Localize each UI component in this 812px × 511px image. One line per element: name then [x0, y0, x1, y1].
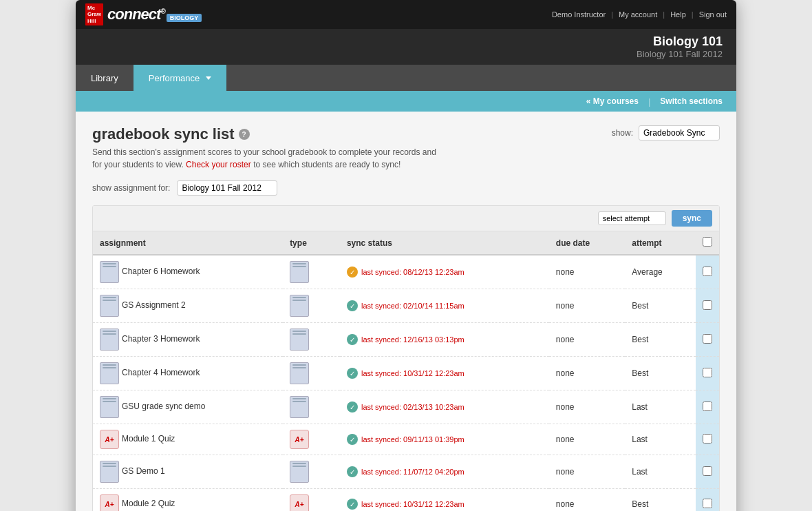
cell-assignment: A+Module 2 Quiz: [93, 489, 283, 512]
sync-check-icon: ✓: [347, 499, 358, 510]
help-link[interactable]: Help: [670, 10, 686, 19]
cell-assignment: A+Module 1 Quiz: [93, 424, 283, 455]
switch-sections-link[interactable]: Switch sections: [660, 96, 723, 106]
cell-sync-status: ✓last synced: 02/13/13 10:23am: [340, 390, 549, 424]
table-header-row: assignment type sync status due date att…: [93, 231, 719, 255]
filter-row: show assignment for: Biology 101 Fall 20…: [92, 180, 720, 196]
page-subtitle: Send this section's assignment scores to…: [92, 146, 436, 171]
cell-assignment: Chapter 4 Homework: [93, 357, 283, 390]
cell-due-date: none: [549, 489, 625, 512]
col-type: type: [283, 231, 340, 255]
filter-label: show assignment for:: [92, 183, 170, 193]
tab-library[interactable]: Library: [76, 65, 133, 91]
cell-attempt: Best: [625, 357, 696, 390]
quiz-icon: A+: [100, 430, 119, 449]
sync-check-icon: ✓: [347, 368, 358, 379]
col-checkbox: [696, 231, 719, 255]
sync-time: last synced: 10/31/12 12:23am: [361, 500, 464, 508]
my-account-link[interactable]: My account: [619, 10, 657, 19]
col-assignment: assignment: [93, 231, 283, 255]
cell-attempt: Last: [625, 455, 696, 489]
row-select-checkbox[interactable]: [703, 267, 712, 276]
table-row: GS Demo 1✓last synced: 11/07/12 04:20pmn…: [93, 455, 719, 489]
col-attempt: attempt: [625, 231, 696, 255]
homework-icon: [100, 261, 119, 283]
cell-type: [283, 455, 340, 489]
cell-checkbox: [696, 289, 719, 323]
row-select-checkbox[interactable]: [703, 499, 712, 508]
sync-check-icon: ✓: [347, 402, 358, 413]
cell-attempt: Best: [625, 489, 696, 512]
homework-type-icon: [290, 396, 309, 418]
homework-type-icon: [290, 328, 309, 351]
connect-logo: connect®: [107, 6, 165, 23]
tab-performance[interactable]: Performance: [133, 65, 226, 91]
quiz-type-icon: A+: [290, 494, 309, 511]
cell-sync-status: ✓last synced: 11/07/12 04:20pm: [340, 455, 549, 489]
row-select-checkbox[interactable]: [703, 300, 712, 310]
cell-due-date: none: [549, 455, 625, 489]
cell-checkbox: [696, 357, 719, 390]
row-select-checkbox[interactable]: [703, 368, 712, 377]
nav-bar: Library Performance: [76, 65, 736, 91]
cell-type: [283, 390, 340, 424]
sync-time: last synced: 09/11/13 01:39pm: [361, 435, 464, 444]
cell-type: [283, 255, 340, 289]
cell-type: [283, 357, 340, 390]
cell-due-date: none: [549, 255, 625, 289]
sync-time: last synced: 10/31/12 12:23am: [361, 369, 464, 377]
row-select-checkbox[interactable]: [703, 434, 712, 444]
select-all-checkbox[interactable]: [703, 237, 712, 247]
check-roster-link[interactable]: Check your roster: [186, 160, 251, 169]
show-control: show: Gradebook Sync: [612, 125, 720, 140]
cell-assignment: Chapter 3 Homework: [93, 323, 283, 357]
cell-type: A+: [283, 489, 340, 512]
cell-checkbox: [696, 323, 719, 357]
page-title-area: gradebook sync list ? Send this section'…: [92, 125, 436, 171]
sync-time: last synced: 02/13/13 10:23am: [361, 403, 464, 411]
cell-sync-status: ✓last synced: 09/11/13 01:39pm: [340, 424, 549, 455]
quiz-icon: A+: [100, 494, 119, 511]
cell-sync-status: ✓last synced: 08/12/13 12:23am: [340, 255, 549, 289]
course-title: Biology 101: [89, 34, 723, 49]
row-select-checkbox[interactable]: [703, 334, 712, 344]
cell-sync-status: ✓last synced: 02/10/14 11:15am: [340, 289, 549, 323]
cell-checkbox: [696, 255, 719, 289]
sync-time: last synced: 02/10/14 11:15am: [361, 302, 464, 310]
secondary-nav: « My courses | Switch sections: [76, 91, 736, 112]
homework-type-icon: [290, 295, 309, 317]
cell-assignment: GS Demo 1: [93, 455, 283, 489]
cell-type: A+: [283, 424, 340, 455]
sync-check-icon: ✓: [347, 466, 358, 477]
biology-badge: BIOLOGY: [167, 14, 202, 22]
cell-sync-status: ✓last synced: 10/31/12 12:23am: [340, 357, 549, 390]
homework-type-icon: [290, 362, 309, 384]
sign-out-link[interactable]: Sign out: [699, 10, 727, 19]
assignment-filter-select[interactable]: Biology 101 Fall 2012: [177, 180, 277, 196]
table-row: GS Assignment 2✓last synced: 02/10/14 11…: [93, 289, 719, 323]
attempt-select[interactable]: select attempt: [598, 211, 666, 225]
table-row: A+Module 2 QuizA+✓last synced: 10/31/12 …: [93, 489, 719, 512]
row-select-checkbox[interactable]: [703, 402, 712, 411]
cell-assignment: GSU grade sync demo: [93, 390, 283, 424]
table-row: Chapter 6 Homework✓last synced: 08/12/13…: [93, 255, 719, 289]
cell-sync-status: ✓last synced: 10/31/12 12:23am: [340, 489, 549, 512]
row-select-checkbox[interactable]: [703, 466, 712, 476]
sync-button[interactable]: sync: [672, 210, 712, 227]
user-label: Demo Instructor: [552, 10, 606, 19]
cell-attempt: Best: [625, 323, 696, 357]
homework-type-icon: [290, 261, 309, 283]
show-label: show:: [612, 128, 633, 138]
cell-type: [283, 289, 340, 323]
show-select[interactable]: Gradebook Sync: [639, 125, 720, 140]
help-icon[interactable]: ?: [239, 129, 250, 140]
performance-chevron-icon: [206, 76, 211, 80]
table-row: A+Module 1 QuizA+✓last synced: 09/11/13 …: [93, 424, 719, 455]
my-courses-link[interactable]: « My courses: [586, 96, 639, 106]
sync-time: last synced: 11/07/12 04:20pm: [361, 468, 464, 476]
quiz-type-icon: A+: [290, 430, 309, 449]
page-title: gradebook sync list ?: [92, 125, 436, 143]
gradebook-table: assignment type sync status due date att…: [93, 231, 719, 511]
cell-type: [283, 323, 340, 357]
sync-check-icon: ✓: [347, 267, 358, 278]
